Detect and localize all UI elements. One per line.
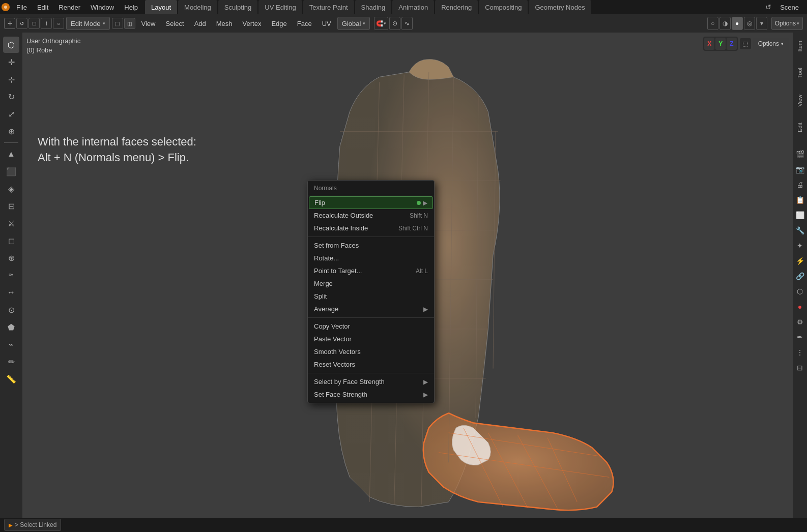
cursor-tool[interactable]: ✛ <box>4 18 15 29</box>
object-properties-icon[interactable]: ⬜ <box>794 210 805 221</box>
view-tab[interactable]: View <box>796 91 804 111</box>
particles-icon[interactable]: ✦ <box>794 240 805 251</box>
sync-icon[interactable]: ↺ <box>763 2 774 13</box>
spin-icon[interactable]: ⊛ <box>3 250 19 266</box>
render-properties-icon[interactable]: 📷 <box>794 164 805 175</box>
shapekey-icon[interactable]: ⋮ <box>794 347 805 358</box>
menu-item-merge[interactable]: Merge <box>308 277 434 290</box>
help-menu[interactable]: Help <box>119 0 143 14</box>
xray-icon[interactable]: ◫ <box>124 18 135 29</box>
item-tab[interactable]: Item <box>796 37 804 55</box>
script-icon[interactable]: ⊟ <box>794 362 805 373</box>
viewport-overlay-icon[interactable]: ⬚ <box>112 18 123 29</box>
edge-menu-btn[interactable]: Edge <box>267 17 291 30</box>
viewport-options-btn[interactable]: Options ▾ <box>753 38 789 50</box>
poly-build-icon[interactable]: ◻ <box>3 232 19 249</box>
tab-sculpting[interactable]: Sculpting <box>218 0 257 14</box>
viewport-shading-icon1[interactable]: ○ <box>707 17 718 30</box>
tab-compositing[interactable]: Compositing <box>479 0 528 14</box>
add-menu-btn[interactable]: Add <box>190 17 210 30</box>
viewport-shading-icon2[interactable]: ◑ <box>719 17 731 30</box>
menu-item-average[interactable]: Average ▶ <box>308 303 434 315</box>
select-menu-btn[interactable]: Select <box>162 17 188 30</box>
menu-item-set-from-faces[interactable]: Set from Faces <box>308 239 434 252</box>
data-properties-icon[interactable]: ⬡ <box>794 286 805 297</box>
knife-icon[interactable]: ⚔ <box>3 215 19 231</box>
tab-layout[interactable]: Layout <box>145 0 177 14</box>
tool-tab[interactable]: Tool <box>796 64 804 82</box>
menu-item-split[interactable]: Split <box>308 290 434 303</box>
uv-menu-btn[interactable]: UV <box>318 17 335 30</box>
menu-item-rotate[interactable]: Rotate... <box>308 252 434 264</box>
select-tool-icon[interactable]: ⬡ <box>3 37 19 53</box>
lasso-select[interactable]: ⌇ <box>41 18 52 29</box>
menu-item-copy-vector[interactable]: Copy Vector <box>308 320 434 333</box>
bone-icon[interactable]: ✒ <box>794 332 805 343</box>
physics-icon[interactable]: ⚡ <box>794 255 805 267</box>
z-axis-btn[interactable]: Z <box>727 38 736 50</box>
inset-icon[interactable]: ⬛ <box>3 163 19 180</box>
loop-cut-icon[interactable]: ⊟ <box>3 198 19 214</box>
move-tool-icon[interactable]: ⊹ <box>3 71 19 87</box>
snap-btn[interactable]: 🧲▾ <box>374 17 388 30</box>
shear-icon[interactable]: ⬟ <box>3 319 19 335</box>
output-properties-icon[interactable]: 🖨 <box>794 179 805 190</box>
rip-region-icon[interactable]: ⌁ <box>3 336 19 352</box>
circle-select[interactable]: ○ <box>53 18 64 29</box>
curve-tool-btn[interactable]: ∿ <box>401 17 413 30</box>
shrink-fatten-icon[interactable]: ⊙ <box>3 302 19 318</box>
menu-item-select-by-face-strength[interactable]: Select by Face Strength ▶ <box>308 375 434 388</box>
rotate-tool-icon[interactable]: ↻ <box>3 88 19 105</box>
file-menu[interactable]: File <box>11 0 32 14</box>
constraints-icon[interactable]: 🔗 <box>794 271 805 282</box>
scale-tool-icon[interactable]: ⤢ <box>3 106 19 122</box>
proportional-edit-btn[interactable]: ⊙ <box>389 17 400 30</box>
tab-animation[interactable]: Animation <box>392 0 434 14</box>
tab-uv-editing[interactable]: UV Editing <box>258 0 302 14</box>
view-layer-properties-icon[interactable]: 📋 <box>794 194 805 205</box>
annotate-icon[interactable]: ✏ <box>3 353 19 370</box>
y-axis-btn[interactable]: Y <box>715 38 726 50</box>
mesh-menu-btn[interactable]: Mesh <box>212 17 237 30</box>
window-menu[interactable]: Window <box>85 0 119 14</box>
blender-logo[interactable] <box>0 2 11 13</box>
material-properties-icon[interactable]: ● <box>794 301 805 312</box>
cursor-icon[interactable]: ✛ <box>3 54 19 70</box>
overlay-toggle[interactable]: ⬚ <box>740 38 751 49</box>
transform-tool-icon[interactable]: ⊕ <box>3 123 19 139</box>
menu-item-paste-vector[interactable]: Paste Vector <box>308 333 434 345</box>
face-menu-btn[interactable]: Face <box>293 17 316 30</box>
select-linked-btn[interactable]: ▶ > Select Linked <box>4 519 61 531</box>
box-select[interactable]: □ <box>28 18 40 29</box>
tab-rendering[interactable]: Rendering <box>435 0 478 14</box>
rotate-tool[interactable]: ↺ <box>16 18 27 29</box>
vertex-menu-btn[interactable]: Vertex <box>239 17 266 30</box>
smooth-icon[interactable]: ≈ <box>3 267 19 283</box>
menu-item-reset-vectors[interactable]: Reset Vectors <box>308 358 434 371</box>
transform-orientation-dropdown[interactable]: Global ▾ <box>337 17 370 30</box>
measure-icon[interactable]: 📏 <box>3 371 19 387</box>
extrude-icon[interactable]: ▲ <box>3 146 19 162</box>
menu-item-recalc-inside[interactable]: Recalculate Inside Shift Ctrl N <box>308 222 434 234</box>
menu-item-recalc-outside[interactable]: Recalculate Outside Shift N <box>308 209 434 222</box>
menu-item-set-face-strength[interactable]: Set Face Strength ▶ <box>308 388 434 401</box>
viewport-rendered-btn[interactable]: ◎ <box>744 17 755 30</box>
view-menu-btn[interactable]: View <box>137 17 160 30</box>
menu-item-point-to-target[interactable]: Point to Target... Alt L <box>308 264 434 277</box>
menu-item-flip[interactable]: Flip ▶ <box>309 196 433 209</box>
x-axis-btn[interactable]: X <box>704 38 714 50</box>
tab-geometry-nodes[interactable]: Geometry Nodes <box>529 0 591 14</box>
tab-shading[interactable]: Shading <box>355 0 392 14</box>
tab-texture-paint[interactable]: Texture Paint <box>303 0 354 14</box>
viewport-solid-btn[interactable]: ● <box>732 17 743 30</box>
render-menu[interactable]: Render <box>53 0 85 14</box>
tab-modeling[interactable]: Modeling <box>178 0 217 14</box>
edit-tab[interactable]: Edit <box>796 119 804 136</box>
modifier-properties-icon[interactable]: 🔧 <box>794 225 805 236</box>
scene-properties-icon[interactable]: 🎬 <box>794 149 805 160</box>
bevel-icon[interactable]: ◈ <box>3 181 19 197</box>
texture-icon[interactable]: ⚙ <box>794 316 805 328</box>
edge-slide-icon[interactable]: ↔ <box>3 284 19 301</box>
options-btn[interactable]: Options ▾ <box>771 17 803 30</box>
edit-mode-dropdown[interactable]: Edit Mode ▾ <box>66 17 110 30</box>
